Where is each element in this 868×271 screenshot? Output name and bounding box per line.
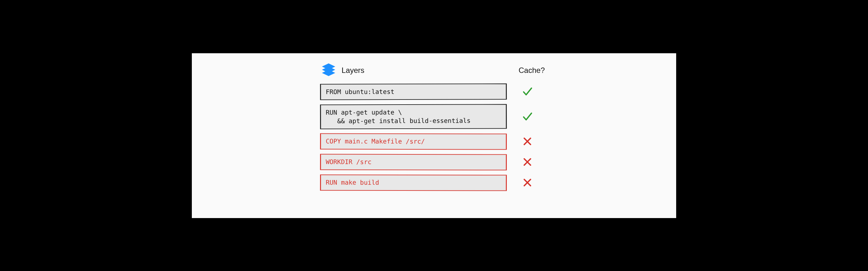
layer-box: WORKDIR /src	[320, 154, 507, 170]
layer-row: WORKDIR /src	[320, 154, 548, 170]
layer-text: FROM ubuntu:latest	[326, 88, 395, 96]
layer-box: COPY main.c Makefile /src/	[320, 133, 507, 150]
layer-box: RUN apt-get update \ && apt-get install …	[320, 104, 507, 129]
layer-box: RUN make build	[320, 174, 507, 191]
frame: Layers Cache? FROM ubuntu:latest RUN apt…	[0, 0, 868, 271]
cache-column-title: Cache?	[519, 66, 548, 75]
check-icon	[522, 86, 533, 97]
cache-status	[520, 111, 535, 122]
layer-box: FROM ubuntu:latest	[320, 83, 507, 100]
layer-text: COPY main.c Makefile /src/	[326, 137, 425, 145]
layer-text: RUN apt-get update \ && apt-get install …	[326, 108, 471, 125]
layer-text: WORKDIR /src	[326, 158, 372, 165]
cross-icon	[523, 157, 532, 167]
layers-header: Layers	[320, 63, 364, 78]
cross-icon	[523, 137, 532, 146]
layer-row: COPY main.c Makefile /src/	[320, 133, 548, 150]
layer-rows: FROM ubuntu:latest RUN apt-get update \ …	[320, 84, 548, 191]
layers-title: Layers	[342, 66, 364, 75]
cache-status	[520, 86, 535, 97]
layers-icon	[320, 63, 337, 78]
layer-text: RUN make build	[326, 179, 379, 186]
layer-row: FROM ubuntu:latest	[320, 84, 548, 100]
diagram-panel: Layers Cache? FROM ubuntu:latest RUN apt…	[192, 53, 676, 218]
check-icon	[522, 111, 533, 122]
layer-row: RUN apt-get update \ && apt-get install …	[320, 104, 548, 129]
cache-status	[520, 137, 535, 146]
cross-icon	[523, 178, 532, 187]
header-row: Layers Cache?	[320, 63, 548, 78]
cache-status	[520, 157, 535, 167]
cache-status	[520, 178, 535, 187]
layer-row: RUN make build	[320, 174, 548, 191]
